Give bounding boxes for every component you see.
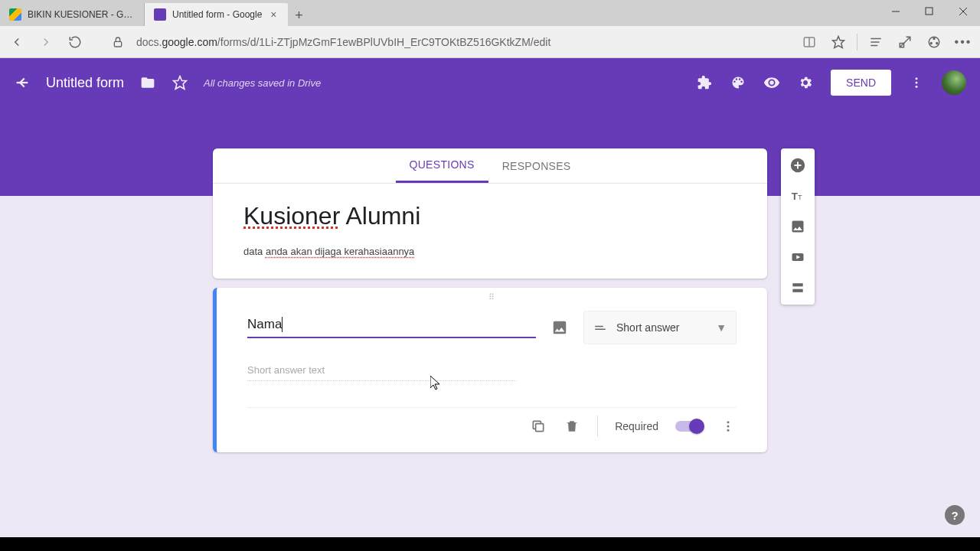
back-to-docs-button[interactable] bbox=[14, 74, 31, 91]
svg-point-20 bbox=[916, 82, 918, 84]
svg-point-13 bbox=[933, 37, 935, 39]
account-avatar[interactable] bbox=[942, 70, 966, 95]
new-tab-button[interactable]: + bbox=[288, 5, 309, 26]
settings-icon[interactable] bbox=[797, 74, 814, 91]
duplicate-button[interactable] bbox=[530, 418, 547, 435]
tab-title: BIKIN KUESIONER - Google bbox=[28, 9, 135, 20]
floating-toolbar: TT bbox=[781, 148, 815, 305]
desc-text: data bbox=[243, 246, 266, 257]
notes-icon[interactable] bbox=[894, 31, 916, 53]
maximize-button[interactable] bbox=[913, 0, 946, 23]
share-icon[interactable] bbox=[923, 31, 945, 53]
star-icon[interactable] bbox=[172, 74, 188, 91]
tab-responses[interactable]: RESPONSES bbox=[488, 148, 585, 183]
question-title-input[interactable]: Nama bbox=[247, 317, 536, 339]
svg-rect-1 bbox=[926, 8, 933, 15]
svg-point-26 bbox=[727, 425, 730, 428]
url-field[interactable]: docs.google.com/forms/d/1Li-ZTjpMzGmF1ew… bbox=[136, 36, 791, 48]
svg-point-19 bbox=[916, 77, 918, 80]
answer-placeholder: Short answer text bbox=[247, 364, 516, 381]
form-description-input[interactable]: data anda akan dijaga kerahasiaannya bbox=[243, 246, 737, 257]
question-type-label: Short answer bbox=[616, 321, 679, 334]
desc-text: anda akan dijaga kerahasiaannya bbox=[266, 246, 414, 257]
question-footer: Required bbox=[247, 407, 737, 448]
close-window-button[interactable] bbox=[946, 0, 980, 23]
forms-icon bbox=[154, 8, 166, 21]
short-answer-icon bbox=[593, 321, 607, 334]
add-image-button[interactable] bbox=[789, 217, 807, 236]
drive-icon bbox=[9, 8, 21, 21]
form-header-card: QUESTIONS RESPONSES Kusioner Alumni data… bbox=[213, 148, 767, 279]
theme-icon[interactable] bbox=[730, 74, 746, 91]
question-card[interactable]: ⠿ Nama Short answer ▼ bbox=[213, 288, 767, 452]
forms-app: Untitled form All changes saved in Drive… bbox=[0, 58, 980, 537]
send-button[interactable]: SEND bbox=[831, 70, 891, 96]
browser-tab-active[interactable]: Untitled form - Google × bbox=[145, 3, 288, 26]
question-menu-icon[interactable] bbox=[720, 418, 737, 435]
address-bar: docs.google.com/forms/d/1Li-ZTjpMzGmF1ew… bbox=[0, 26, 980, 58]
title-word: Alumni bbox=[340, 202, 420, 230]
svg-rect-22 bbox=[595, 326, 603, 328]
close-icon[interactable]: × bbox=[268, 9, 279, 20]
save-status: All changes saved in Drive bbox=[204, 77, 321, 89]
svg-point-27 bbox=[727, 429, 730, 432]
reading-view-icon[interactable] bbox=[799, 31, 820, 53]
minimize-button[interactable] bbox=[879, 0, 913, 23]
svg-marker-18 bbox=[174, 77, 187, 90]
svg-point-21 bbox=[916, 86, 918, 88]
required-toggle[interactable] bbox=[675, 421, 703, 432]
tab-questions[interactable]: QUESTIONS bbox=[396, 148, 488, 183]
svg-point-25 bbox=[727, 421, 730, 423]
add-question-button[interactable] bbox=[789, 156, 807, 174]
form-tabs: QUESTIONS RESPONSES bbox=[213, 148, 767, 184]
question-title-text: Nama bbox=[247, 317, 282, 331]
svg-rect-30 bbox=[794, 165, 801, 166]
svg-rect-23 bbox=[595, 329, 606, 331]
add-image-icon[interactable] bbox=[550, 318, 570, 337]
reload-button[interactable] bbox=[64, 31, 86, 53]
browser-tab-strip: BIKIN KUESIONER - Google Untitled form -… bbox=[0, 0, 980, 26]
move-to-folder-icon[interactable] bbox=[139, 74, 156, 91]
svg-text:T: T bbox=[798, 194, 802, 201]
svg-point-14 bbox=[930, 42, 932, 44]
title-word: Kusioner bbox=[243, 202, 340, 230]
addons-icon[interactable] bbox=[696, 74, 713, 91]
svg-marker-7 bbox=[833, 36, 844, 47]
hub-icon[interactable] bbox=[865, 31, 887, 53]
url-path: /forms/d/1Li-ZTjpMzGmF1ewBPlUVbIH_ErC9TO… bbox=[217, 36, 550, 48]
svg-point-15 bbox=[936, 42, 938, 44]
nav-back-button[interactable] bbox=[6, 31, 28, 53]
divider bbox=[597, 416, 598, 437]
lock-icon[interactable] bbox=[107, 31, 129, 53]
favorite-icon[interactable] bbox=[828, 31, 849, 53]
form-name[interactable]: Untitled form bbox=[46, 75, 124, 91]
svg-text:T: T bbox=[792, 191, 798, 202]
chevron-down-icon: ▼ bbox=[716, 321, 727, 334]
preview-icon[interactable] bbox=[763, 74, 780, 91]
url-prefix: docs. bbox=[136, 36, 162, 48]
svg-rect-36 bbox=[792, 289, 802, 292]
question-type-select[interactable]: Short answer ▼ bbox=[583, 311, 737, 344]
add-video-button[interactable] bbox=[789, 248, 807, 266]
drag-handle-icon[interactable]: ⠿ bbox=[488, 292, 496, 302]
add-title-button[interactable]: TT bbox=[789, 187, 807, 205]
help-button[interactable]: ? bbox=[945, 505, 965, 525]
window-controls bbox=[879, 0, 980, 26]
required-label: Required bbox=[615, 420, 658, 432]
text-caret bbox=[282, 317, 283, 332]
overflow-menu-icon[interactable] bbox=[908, 74, 925, 91]
form-title-input[interactable]: Kusioner Alumni bbox=[243, 202, 737, 230]
svg-rect-24 bbox=[536, 424, 544, 432]
url-host: google.com bbox=[162, 36, 217, 48]
browser-tab[interactable]: BIKIN KUESIONER - Google bbox=[0, 3, 145, 26]
more-icon[interactable]: ••• bbox=[952, 31, 974, 53]
delete-button[interactable] bbox=[564, 418, 580, 435]
add-section-button[interactable] bbox=[789, 279, 807, 297]
content-area: QUESTIONS RESPONSES Kusioner Alumni data… bbox=[0, 196, 980, 537]
svg-rect-4 bbox=[114, 41, 121, 47]
tab-title: Untitled form - Google bbox=[172, 9, 262, 20]
nav-forward-button[interactable] bbox=[35, 31, 57, 53]
svg-rect-35 bbox=[792, 283, 802, 286]
forms-header: Untitled form All changes saved in Drive… bbox=[0, 58, 980, 107]
